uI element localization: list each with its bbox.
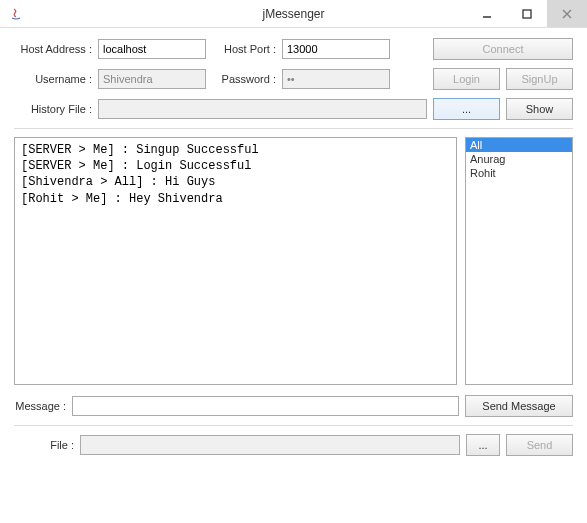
- history-file-input[interactable]: [98, 99, 427, 119]
- window-controls: [467, 0, 587, 27]
- user-list-item[interactable]: All: [466, 138, 572, 152]
- window-title: jMessenger: [262, 7, 324, 21]
- password-input[interactable]: [282, 69, 390, 89]
- username-input[interactable]: [98, 69, 206, 89]
- message-label: Message :: [14, 400, 66, 412]
- send-message-button[interactable]: Send Message: [465, 395, 573, 417]
- minimize-button[interactable]: [467, 0, 507, 27]
- history-file-label: History File :: [14, 103, 92, 115]
- host-port-input[interactable]: [282, 39, 390, 59]
- separator: [14, 128, 573, 129]
- separator: [14, 425, 573, 426]
- svg-rect-1: [523, 10, 531, 18]
- close-button[interactable]: [547, 0, 587, 27]
- file-browse-button[interactable]: ...: [466, 434, 500, 456]
- user-list-item[interactable]: Anurag: [466, 152, 572, 166]
- chat-log[interactable]: [SERVER > Me] : Singup Successful [SERVE…: [14, 137, 457, 385]
- host-address-input[interactable]: [98, 39, 206, 59]
- user-list[interactable]: AllAnuragRohit: [465, 137, 573, 385]
- maximize-button[interactable]: [507, 0, 547, 27]
- message-input[interactable]: [72, 396, 459, 416]
- file-label: File :: [22, 439, 74, 451]
- password-label: Password :: [218, 73, 276, 85]
- connect-button[interactable]: Connect: [433, 38, 573, 60]
- file-send-button[interactable]: Send: [506, 434, 573, 456]
- signup-button[interactable]: SignUp: [506, 68, 573, 90]
- login-button[interactable]: Login: [433, 68, 500, 90]
- file-path-input[interactable]: [80, 435, 460, 455]
- host-port-label: Host Port :: [218, 43, 276, 55]
- history-show-button[interactable]: Show: [506, 98, 573, 120]
- history-browse-button[interactable]: ...: [433, 98, 500, 120]
- host-address-label: Host Address :: [14, 43, 92, 55]
- java-icon: [8, 6, 24, 22]
- user-list-item[interactable]: Rohit: [466, 166, 572, 180]
- username-label: Username :: [14, 73, 92, 85]
- titlebar: jMessenger: [0, 0, 587, 28]
